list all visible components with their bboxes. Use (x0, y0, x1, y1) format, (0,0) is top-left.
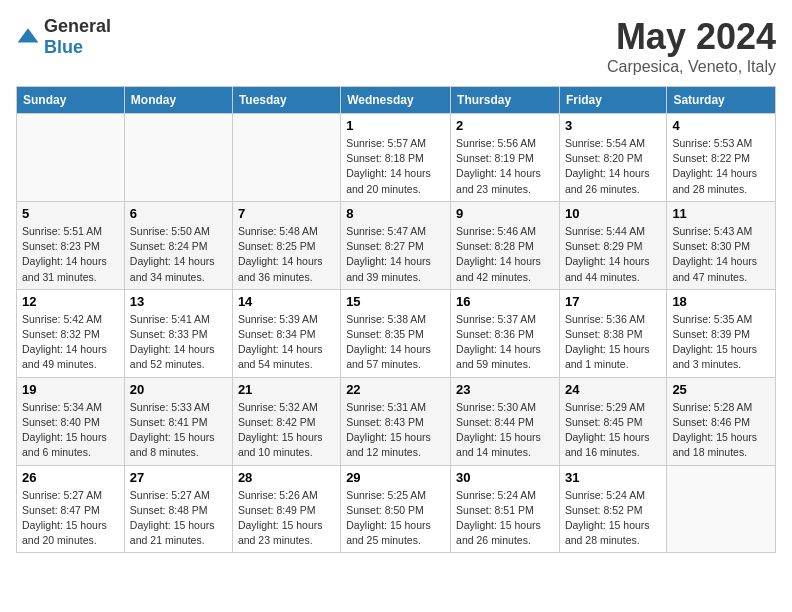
calendar-cell: 26Sunrise: 5:27 AM Sunset: 8:47 PM Dayli… (17, 465, 125, 553)
calendar-cell (232, 114, 340, 202)
calendar-cell: 27Sunrise: 5:27 AM Sunset: 8:48 PM Dayli… (124, 465, 232, 553)
calendar-cell: 13Sunrise: 5:41 AM Sunset: 8:33 PM Dayli… (124, 289, 232, 377)
day-number: 18 (672, 294, 770, 309)
day-number: 22 (346, 382, 445, 397)
logo-icon (16, 25, 40, 49)
day-number: 14 (238, 294, 335, 309)
day-number: 23 (456, 382, 554, 397)
calendar-body: 1Sunrise: 5:57 AM Sunset: 8:18 PM Daylig… (17, 114, 776, 553)
calendar-cell: 9Sunrise: 5:46 AM Sunset: 8:28 PM Daylig… (451, 201, 560, 289)
day-info: Sunrise: 5:24 AM Sunset: 8:51 PM Dayligh… (456, 488, 554, 549)
day-info: Sunrise: 5:43 AM Sunset: 8:30 PM Dayligh… (672, 224, 770, 285)
month-title: May 2024 (607, 16, 776, 58)
day-number: 12 (22, 294, 119, 309)
calendar-cell: 16Sunrise: 5:37 AM Sunset: 8:36 PM Dayli… (451, 289, 560, 377)
calendar-cell: 20Sunrise: 5:33 AM Sunset: 8:41 PM Dayli… (124, 377, 232, 465)
calendar-cell: 30Sunrise: 5:24 AM Sunset: 8:51 PM Dayli… (451, 465, 560, 553)
day-number: 25 (672, 382, 770, 397)
day-number: 20 (130, 382, 227, 397)
calendar-week-row: 5Sunrise: 5:51 AM Sunset: 8:23 PM Daylig… (17, 201, 776, 289)
calendar-cell: 5Sunrise: 5:51 AM Sunset: 8:23 PM Daylig… (17, 201, 125, 289)
calendar-header-cell: Wednesday (341, 87, 451, 114)
calendar-week-row: 26Sunrise: 5:27 AM Sunset: 8:47 PM Dayli… (17, 465, 776, 553)
calendar-cell: 12Sunrise: 5:42 AM Sunset: 8:32 PM Dayli… (17, 289, 125, 377)
svg-marker-0 (18, 28, 39, 42)
calendar-header-cell: Thursday (451, 87, 560, 114)
calendar-cell: 1Sunrise: 5:57 AM Sunset: 8:18 PM Daylig… (341, 114, 451, 202)
calendar-cell: 10Sunrise: 5:44 AM Sunset: 8:29 PM Dayli… (559, 201, 666, 289)
calendar-header-cell: Tuesday (232, 87, 340, 114)
calendar-cell: 23Sunrise: 5:30 AM Sunset: 8:44 PM Dayli… (451, 377, 560, 465)
calendar-table: SundayMondayTuesdayWednesdayThursdayFrid… (16, 86, 776, 553)
calendar-cell: 15Sunrise: 5:38 AM Sunset: 8:35 PM Dayli… (341, 289, 451, 377)
day-info: Sunrise: 5:29 AM Sunset: 8:45 PM Dayligh… (565, 400, 661, 461)
logo-blue: Blue (44, 37, 83, 57)
day-number: 3 (565, 118, 661, 133)
day-number: 9 (456, 206, 554, 221)
calendar-cell: 21Sunrise: 5:32 AM Sunset: 8:42 PM Dayli… (232, 377, 340, 465)
day-info: Sunrise: 5:30 AM Sunset: 8:44 PM Dayligh… (456, 400, 554, 461)
calendar-cell: 24Sunrise: 5:29 AM Sunset: 8:45 PM Dayli… (559, 377, 666, 465)
day-number: 10 (565, 206, 661, 221)
calendar-cell: 2Sunrise: 5:56 AM Sunset: 8:19 PM Daylig… (451, 114, 560, 202)
calendar-header-cell: Friday (559, 87, 666, 114)
day-info: Sunrise: 5:42 AM Sunset: 8:32 PM Dayligh… (22, 312, 119, 373)
calendar-cell: 18Sunrise: 5:35 AM Sunset: 8:39 PM Dayli… (667, 289, 776, 377)
calendar-cell: 29Sunrise: 5:25 AM Sunset: 8:50 PM Dayli… (341, 465, 451, 553)
calendar-cell: 7Sunrise: 5:48 AM Sunset: 8:25 PM Daylig… (232, 201, 340, 289)
day-number: 28 (238, 470, 335, 485)
day-number: 13 (130, 294, 227, 309)
day-info: Sunrise: 5:37 AM Sunset: 8:36 PM Dayligh… (456, 312, 554, 373)
calendar-cell (17, 114, 125, 202)
day-info: Sunrise: 5:25 AM Sunset: 8:50 PM Dayligh… (346, 488, 445, 549)
day-number: 19 (22, 382, 119, 397)
calendar-week-row: 12Sunrise: 5:42 AM Sunset: 8:32 PM Dayli… (17, 289, 776, 377)
calendar-cell: 3Sunrise: 5:54 AM Sunset: 8:20 PM Daylig… (559, 114, 666, 202)
calendar-header-cell: Monday (124, 87, 232, 114)
day-info: Sunrise: 5:51 AM Sunset: 8:23 PM Dayligh… (22, 224, 119, 285)
calendar-cell: 22Sunrise: 5:31 AM Sunset: 8:43 PM Dayli… (341, 377, 451, 465)
calendar-cell: 6Sunrise: 5:50 AM Sunset: 8:24 PM Daylig… (124, 201, 232, 289)
calendar-cell: 19Sunrise: 5:34 AM Sunset: 8:40 PM Dayli… (17, 377, 125, 465)
day-number: 4 (672, 118, 770, 133)
calendar-cell (124, 114, 232, 202)
day-number: 7 (238, 206, 335, 221)
day-number: 16 (456, 294, 554, 309)
day-info: Sunrise: 5:41 AM Sunset: 8:33 PM Dayligh… (130, 312, 227, 373)
calendar-header-cell: Saturday (667, 87, 776, 114)
day-number: 31 (565, 470, 661, 485)
day-number: 8 (346, 206, 445, 221)
day-number: 30 (456, 470, 554, 485)
title-block: May 2024 Carpesica, Veneto, Italy (607, 16, 776, 76)
calendar-cell: 11Sunrise: 5:43 AM Sunset: 8:30 PM Dayli… (667, 201, 776, 289)
day-info: Sunrise: 5:33 AM Sunset: 8:41 PM Dayligh… (130, 400, 227, 461)
day-info: Sunrise: 5:36 AM Sunset: 8:38 PM Dayligh… (565, 312, 661, 373)
day-info: Sunrise: 5:27 AM Sunset: 8:48 PM Dayligh… (130, 488, 227, 549)
calendar-week-row: 1Sunrise: 5:57 AM Sunset: 8:18 PM Daylig… (17, 114, 776, 202)
logo-general: General (44, 16, 111, 36)
day-info: Sunrise: 5:54 AM Sunset: 8:20 PM Dayligh… (565, 136, 661, 197)
page-header: General Blue May 2024 Carpesica, Veneto,… (16, 16, 776, 76)
calendar-cell: 25Sunrise: 5:28 AM Sunset: 8:46 PM Dayli… (667, 377, 776, 465)
day-info: Sunrise: 5:35 AM Sunset: 8:39 PM Dayligh… (672, 312, 770, 373)
day-info: Sunrise: 5:56 AM Sunset: 8:19 PM Dayligh… (456, 136, 554, 197)
calendar-cell: 28Sunrise: 5:26 AM Sunset: 8:49 PM Dayli… (232, 465, 340, 553)
day-info: Sunrise: 5:39 AM Sunset: 8:34 PM Dayligh… (238, 312, 335, 373)
day-info: Sunrise: 5:27 AM Sunset: 8:47 PM Dayligh… (22, 488, 119, 549)
day-number: 29 (346, 470, 445, 485)
day-info: Sunrise: 5:26 AM Sunset: 8:49 PM Dayligh… (238, 488, 335, 549)
calendar-cell (667, 465, 776, 553)
day-number: 27 (130, 470, 227, 485)
day-number: 15 (346, 294, 445, 309)
day-info: Sunrise: 5:47 AM Sunset: 8:27 PM Dayligh… (346, 224, 445, 285)
day-number: 11 (672, 206, 770, 221)
day-number: 24 (565, 382, 661, 397)
day-number: 1 (346, 118, 445, 133)
calendar-cell: 4Sunrise: 5:53 AM Sunset: 8:22 PM Daylig… (667, 114, 776, 202)
day-info: Sunrise: 5:28 AM Sunset: 8:46 PM Dayligh… (672, 400, 770, 461)
day-info: Sunrise: 5:57 AM Sunset: 8:18 PM Dayligh… (346, 136, 445, 197)
day-info: Sunrise: 5:44 AM Sunset: 8:29 PM Dayligh… (565, 224, 661, 285)
day-info: Sunrise: 5:46 AM Sunset: 8:28 PM Dayligh… (456, 224, 554, 285)
day-info: Sunrise: 5:50 AM Sunset: 8:24 PM Dayligh… (130, 224, 227, 285)
calendar-cell: 17Sunrise: 5:36 AM Sunset: 8:38 PM Dayli… (559, 289, 666, 377)
